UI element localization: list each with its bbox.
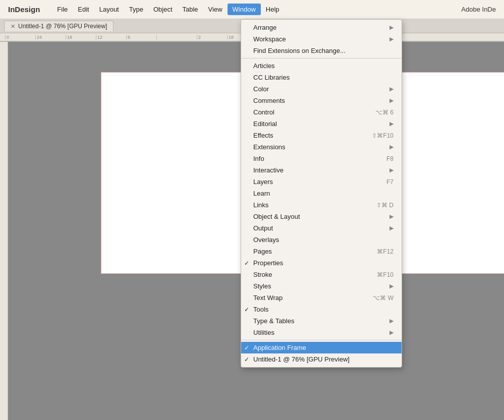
menu-edit[interactable]: Edit (73, 4, 94, 15)
menu-object[interactable]: Object (148, 4, 178, 15)
submenu-arrow-icon: ▶ (389, 24, 394, 31)
menu-item-control[interactable]: Control ⌥⌘ 6 (241, 106, 402, 118)
menubar: InDesign File Edit Layout Type Object Ta… (0, 0, 504, 19)
menu-item-pages[interactable]: Pages ⌘F12 (241, 246, 402, 257)
menu-item-properties[interactable]: Properties (241, 257, 402, 269)
shortcut-label: ⇧⌘F10 (372, 132, 394, 139)
menu-layout[interactable]: Layout (94, 4, 124, 15)
ruler-mark (156, 35, 197, 40)
menu-item-extensions[interactable]: Extensions ▶ (241, 141, 402, 153)
tab-close-icon[interactable]: ✕ (11, 23, 15, 30)
menu-item-comments[interactable]: Comments ▶ (241, 95, 402, 106)
ruler-mark: 2 (197, 35, 227, 40)
menu-item-learn[interactable]: Learn (241, 188, 402, 199)
submenu-arrow-icon: ▶ (389, 36, 394, 42)
menu-separator (241, 58, 402, 58)
window-dropdown-menu: Arrange ▶ Workspace ▶ Find Extensions on… (241, 19, 402, 368)
menu-view[interactable]: View (203, 4, 228, 15)
menu-item-text-wrap[interactable]: Text Wrap ⌥⌘ W (241, 292, 402, 304)
ruler-mark: 12 (96, 35, 126, 40)
menu-item-tools[interactable]: Tools (241, 304, 402, 315)
menu-type[interactable]: Type (124, 4, 148, 15)
submenu-arrow-icon: ▶ (389, 283, 394, 289)
ruler-vertical (0, 42, 8, 420)
ruler-mark: 24 (35, 35, 66, 40)
document-tab[interactable]: ✕ Untitled-1 @ 76% [GPU Preview] (4, 21, 114, 31)
submenu-arrow-icon: ▶ (389, 121, 394, 127)
shortcut-label: ⌘F10 (377, 271, 394, 278)
menu-item-styles[interactable]: Styles ▶ (241, 280, 402, 292)
menu-item-color[interactable]: Color ▶ (241, 83, 402, 95)
ruler-mark: 18 (66, 35, 96, 40)
shortcut-label: ⇧⌘ D (376, 202, 394, 209)
menu-item-type-tables[interactable]: Type & Tables ▶ (241, 315, 402, 327)
shortcut-label: ⌥⌘ W (373, 294, 394, 302)
menu-item-find-extensions[interactable]: Find Extensions on Exchange... (241, 45, 402, 56)
app-title: Adobe InDe (461, 6, 500, 13)
submenu-arrow-icon: ▶ (389, 329, 394, 336)
ruler-mark: 0 (5, 35, 35, 40)
menu-item-stroke[interactable]: Stroke ⌘F10 (241, 269, 402, 280)
shortcut-label: F7 (386, 178, 394, 186)
menu-item-application-frame[interactable]: Application Frame (241, 342, 402, 353)
app-brand: InDesign (4, 3, 44, 16)
menu-item-cc-libraries[interactable]: CC Libraries (241, 72, 402, 83)
menu-item-links[interactable]: Links ⇧⌘ D (241, 199, 402, 211)
menu-item-untitled[interactable]: Untitled-1 @ 76% [GPU Preview] (241, 353, 402, 365)
menu-file[interactable]: File (52, 4, 73, 15)
submenu-arrow-icon: ▶ (389, 144, 394, 150)
submenu-arrow-icon: ▶ (389, 318, 394, 324)
menu-item-utilities[interactable]: Utilities ▶ (241, 327, 402, 338)
submenu-arrow-icon: ▶ (389, 213, 394, 220)
menu-item-effects[interactable]: Effects ⇧⌘F10 (241, 130, 402, 141)
menu-item-interactive[interactable]: Interactive ▶ (241, 164, 402, 176)
submenu-arrow-icon: ▶ (389, 225, 394, 231)
shortcut-label: ⌘F12 (377, 248, 394, 255)
menu-item-workspace[interactable]: Workspace ▶ (241, 33, 402, 45)
menu-help[interactable]: Help (261, 4, 285, 15)
menu-table[interactable]: Table (178, 4, 203, 15)
menu-item-editorial[interactable]: Editorial ▶ (241, 118, 402, 130)
menu-window[interactable]: Window (228, 4, 261, 15)
submenu-arrow-icon: ▶ (389, 167, 394, 173)
shortcut-label: F8 (386, 155, 394, 162)
menu-item-articles[interactable]: Articles (241, 60, 402, 72)
submenu-arrow-icon: ▶ (389, 86, 394, 92)
ruler-mark: 6 (126, 35, 156, 40)
menu-item-overlays[interactable]: Overlays (241, 234, 402, 246)
menu-item-object-layout[interactable]: Object & Layout ▶ (241, 211, 402, 222)
submenu-arrow-icon: ▶ (389, 97, 394, 104)
menu-item-layers[interactable]: Layers F7 (241, 176, 402, 188)
menu-separator (241, 340, 402, 340)
menu-item-info[interactable]: Info F8 (241, 153, 402, 164)
tab-label: Untitled-1 @ 76% [GPU Preview] (18, 23, 107, 30)
shortcut-label: ⌥⌘ 6 (375, 109, 394, 116)
menu-item-output[interactable]: Output ▶ (241, 222, 402, 234)
menu-item-arrange[interactable]: Arrange ▶ (241, 22, 402, 33)
